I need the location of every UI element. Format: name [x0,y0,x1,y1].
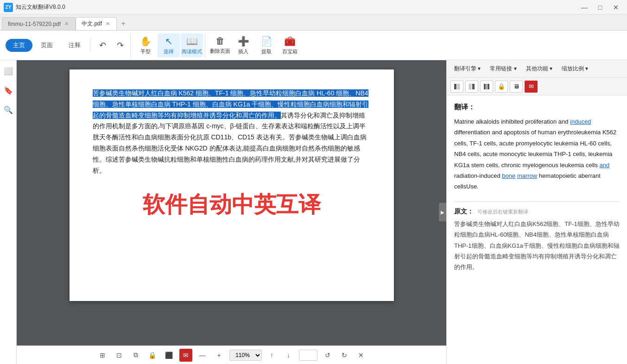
svg-rect-3 [472,84,475,89]
icon-split-left[interactable] [450,81,463,93]
icon-columns[interactable] [480,81,493,93]
more-button[interactable]: ✕ [355,349,367,362]
close-button[interactable]: ✕ [608,1,623,13]
svg-rect-4 [484,84,486,89]
highlight-and: and [600,162,610,169]
tab-zhongwen-close[interactable]: ✕ [105,20,111,27]
translation-text: Matrine alkaloids inhibited proliferatio… [454,116,620,192]
pdf-page: 苦参碱类生物碱对人红白血病 K562 细胞、TF-1 细胞、急性早幼粒细胞白血病… [70,69,394,301]
icon-monitor[interactable]: 🖥 [510,81,523,93]
right-toolbar-row1: 翻译引擎 ▾ 常用链接 ▾ 其他功能 ▾ 缩放比例 ▾ [447,60,627,78]
sidebar-page-icon[interactable]: ⬜ [1,64,15,78]
fit-page-button[interactable]: ⊡ [113,349,126,362]
toolbar-edit-group: 🗑 删除页面 ➕ 插入 📄 提取 🧰 百宝箱 [207,33,303,57]
hand-icon: ✋ [140,36,152,47]
select-tool-button[interactable]: ↖ 选择 [158,33,180,57]
tab-add-button[interactable]: + [117,17,130,30]
pdf-highlighted-paragraph: 苦参碱类生物碱对人红白血病 K562 细胞、TF-1 细胞、急性早幼粒细胞白血病… [93,88,371,176]
tab-bar: fimmu-11-579220.pdf ✕ 中文.pdf ✕ + [0,15,627,31]
app-title: 知云文献翻译V8.0.0 [16,3,577,11]
toolbox-button[interactable]: 🧰 百宝箱 [279,33,301,57]
tab-zhongwen-label: 中文.pdf [82,20,102,28]
main-layout: ⬜ 🔖 🔍 ▶ 苦参碱类生物碱对人红白血病 K562 细胞、TF-1 细胞、急性… [0,60,627,364]
two-page-button[interactable]: ⧉ [129,349,142,362]
rotate-button[interactable]: 🔒 [146,349,159,362]
insert-icon: ➕ [238,36,249,47]
zoom-select[interactable]: 110% 100% 125% 150% 75% [229,350,262,361]
hand-tool-button[interactable]: ✋ 手型 [134,33,157,57]
highlight-marrow: marrow [517,172,537,179]
translation-section-title: 翻译： [454,103,620,112]
highlight-induced: induced [570,118,591,125]
select-icon: ↖ [165,36,173,47]
toolbox-icon: 🧰 [284,36,296,47]
svg-rect-2 [469,84,471,89]
icon-split-right[interactable] [465,81,478,93]
app-logo: ZY [4,3,13,12]
page-number-input[interactable]: 1/1 [299,350,317,361]
sidebar-bookmark-icon[interactable]: 🔖 [1,83,15,97]
main-toolbar: 主页 页面 注释 ↶ ↷ ✋ 手型 ↖ 选择 📖 阅读模式 🗑 删除页面 ➕ 插… [0,31,627,60]
svg-rect-1 [457,84,460,89]
prev-page-button[interactable]: ↑ [266,349,279,362]
delete-page-icon: 🗑 [215,36,225,46]
toolbar-tools-group: ↶ ↷ [92,33,131,57]
tab-fimmu-label: fimmu-11-579220.pdf [8,21,61,27]
highlight-bone: bone [502,172,515,179]
left-sidebar: ⬜ 🔖 🔍 [0,60,17,364]
svg-rect-0 [454,84,456,89]
original-hint: 可修改后右键重新翻译 [477,209,528,214]
insert-button[interactable]: ➕ 插入 [232,33,254,57]
zoom-in-button[interactable]: + [213,349,226,362]
pdf-viewer-area: ▶ 苦参碱类生物碱对人红白血病 K562 细胞、TF-1 细胞、急性早幼粒细胞白… [17,60,446,364]
extract-icon: 📄 [261,36,272,47]
sidebar-search-icon[interactable]: 🔍 [1,103,15,117]
original-text: 苦参碱类生物碱对人红白血病K562细胞、TF-1细胞、急性早幼粒细胞白血病HL-… [454,219,620,273]
pdf-big-text: 软件自动中英互译 [93,190,371,220]
panel-collapse-button[interactable]: ▶ [439,203,446,221]
svg-rect-5 [486,84,487,89]
delete-page-button[interactable]: 🗑 删除页面 [209,33,231,57]
icon-mail[interactable]: ✉ [525,81,538,93]
common-links-button[interactable]: 常用链接 ▾ [486,63,520,75]
pdf-content[interactable]: 苦参碱类生物碱对人红白血病 K562 细胞、TF-1 细胞、急性早幼粒细胞白血病… [17,60,446,345]
tab-fimmu-close[interactable]: ✕ [63,20,70,27]
crop-button[interactable]: ⬛ [163,349,176,362]
email-button[interactable]: ✉ [179,349,192,362]
svg-rect-6 [488,84,489,89]
maximize-button[interactable]: □ [593,1,608,13]
window-controls: — □ ✕ [577,1,623,13]
reading-mode-icon: 📖 [186,36,198,47]
annotation-tab-button[interactable]: 注释 [61,39,88,52]
redo-button[interactable]: ↷ [112,33,128,57]
minimize-button[interactable]: — [577,1,592,13]
zoom-ratio-button[interactable]: 缩放比例 ▾ [558,63,592,75]
other-functions-button[interactable]: 其他功能 ▾ [522,63,556,75]
panel-separator [454,201,620,202]
rotate-cw-button[interactable]: ↺ [321,349,334,362]
undo-button[interactable]: ↶ [94,33,111,57]
zoom-out-button[interactable]: — [196,349,209,362]
translation-engine-button[interactable]: 翻译引擎 ▾ [450,63,484,75]
right-panel: 翻译引擎 ▾ 常用链接 ▾ 其他功能 ▾ 缩放比例 ▾ 🔒 [446,60,627,364]
extract-button[interactable]: 📄 提取 [255,33,278,57]
reading-mode-button[interactable]: 📖 阅读模式 [181,33,203,57]
toolbar-mode-group: ✋ 手型 ↖ 选择 📖 阅读模式 [133,33,205,57]
tab-zhongwen[interactable]: 中文.pdf ✕ [76,17,117,30]
pdf-bottom-bar: ⊞ ⊡ ⧉ 🔒 ⬛ ✉ — + 110% 100% 125% 150% 75% … [17,345,446,364]
right-icon-row: 🔒 🖥 ✉ [447,78,627,95]
tab-fimmu[interactable]: fimmu-11-579220.pdf ✕ [2,17,76,30]
original-section-title: 原文： 可修改后右键重新翻译 [454,207,620,216]
next-page-button[interactable]: ↓ [282,349,295,362]
page-tab-button[interactable]: 页面 [33,39,60,52]
title-bar: ZY 知云文献翻译V8.0.0 — □ ✕ [0,0,627,15]
normal-continuation-text: 其诱导分化和凋亡及抑制增殖的作用机制是多方面的,与下调原癌基因 c-myc、β-… [93,112,367,174]
toolbar-nav-group: 主页 页面 注释 [4,39,90,52]
translation-content: 翻译： Matrine alkaloids inhibited prolifer… [447,95,627,364]
icon-lock[interactable]: 🔒 [495,81,508,93]
main-tab-button[interactable]: 主页 [6,39,32,52]
fit-width-button[interactable]: ⊞ [96,349,109,362]
rotate-ccw-button[interactable]: ↻ [338,349,351,362]
